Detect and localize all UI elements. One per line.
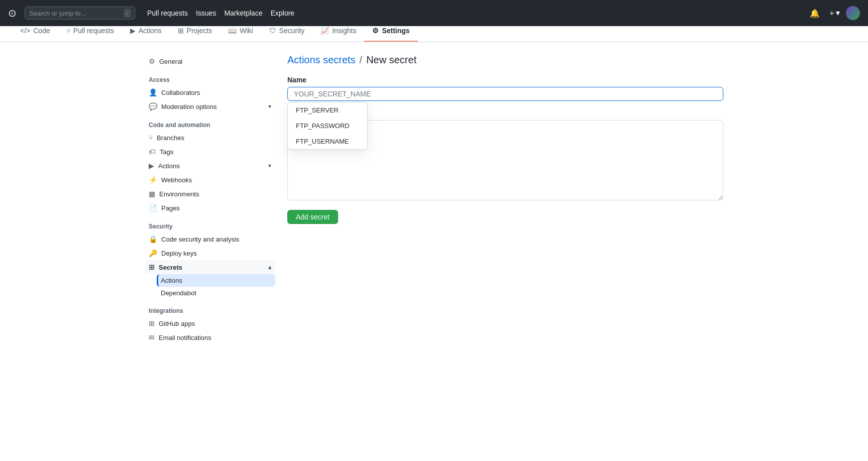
plus-square-icon: ⊞ bbox=[149, 263, 155, 271]
breadcrumb-link[interactable]: Actions secrets bbox=[287, 54, 356, 66]
comment-icon: 💬 bbox=[149, 102, 157, 110]
code-automation-section-label: Code and automation bbox=[145, 113, 275, 131]
top-nav: ⊙ Search or jump to... / Pull requests I… bbox=[0, 0, 868, 26]
security-icon: 🛡 bbox=[269, 27, 276, 35]
nav-pull-requests[interactable]: Pull requests bbox=[147, 9, 188, 17]
settings-icon: ⚙ bbox=[372, 27, 379, 35]
name-input[interactable] bbox=[287, 87, 723, 101]
main-layout: ⚙ General Access 👤 Collaborators 💬 Moder… bbox=[133, 42, 735, 438]
name-form-group: Name FTP_SERVER FTP_PASSWORD FTP_USERNAM… bbox=[287, 76, 723, 101]
search-placeholder: Search or jump to... bbox=[29, 10, 86, 17]
code-icon: </> bbox=[20, 27, 30, 35]
access-section-label: Access bbox=[145, 68, 275, 85]
integrations-section-label: Integrations bbox=[145, 299, 275, 316]
top-nav-links: Pull requests Issues Marketplace Explore bbox=[147, 9, 294, 17]
github-logo[interactable]: ⊙ bbox=[8, 7, 17, 19]
sidebar-item-collaborators[interactable]: 👤 Collaborators bbox=[145, 85, 275, 99]
sidebar-item-branches[interactable]: ⑂ Branches bbox=[145, 131, 275, 145]
autocomplete-dropdown: FTP_SERVER FTP_PASSWORD FTP_USERNAME bbox=[287, 102, 368, 150]
shield-icon: 🔒 bbox=[149, 235, 157, 243]
sidebar-item-secrets[interactable]: ⊞ Secrets ▴ bbox=[145, 260, 275, 274]
key-icon: 🔑 bbox=[149, 249, 157, 257]
search-kbd: / bbox=[124, 9, 131, 17]
branch-icon: ⑂ bbox=[149, 134, 153, 142]
sidebar-item-tags[interactable]: 🏷 Tags bbox=[145, 145, 275, 159]
avatar[interactable] bbox=[846, 6, 860, 20]
sidebar-sub-dependabot[interactable]: Dependabot bbox=[157, 287, 275, 299]
search-box[interactable]: Search or jump to... / bbox=[25, 7, 135, 20]
gear-icon: ⚙ bbox=[149, 57, 155, 65]
sidebar-item-webhooks[interactable]: ⚡ Webhooks bbox=[145, 173, 275, 187]
moderation-chevron-icon: ▾ bbox=[268, 103, 271, 110]
sidebar-item-code-security[interactable]: 🔒 Code security and analysis bbox=[145, 232, 275, 246]
breadcrumb: Actions secrets / New secret bbox=[287, 54, 723, 66]
sidebar-item-email-notifications[interactable]: ✉ Email notifications bbox=[145, 330, 275, 344]
sidebar-item-actions[interactable]: ▶ Actions ▾ bbox=[145, 159, 275, 173]
email-icon: ✉ bbox=[149, 333, 155, 341]
plus-icon[interactable]: ＋▾ bbox=[826, 6, 842, 21]
apps-icon: ⊞ bbox=[149, 319, 155, 327]
autocomplete-wrapper: FTP_SERVER FTP_PASSWORD FTP_USERNAME bbox=[287, 87, 723, 101]
sidebar-item-general[interactable]: ⚙ General bbox=[145, 54, 275, 68]
pull-request-icon: ⑂ bbox=[66, 27, 70, 35]
projects-icon: ⊞ bbox=[178, 27, 184, 35]
security-section-label: Security bbox=[145, 215, 275, 232]
pages-icon: 📄 bbox=[149, 204, 157, 212]
sidebar-item-moderation[interactable]: 💬 Moderation options ▾ bbox=[145, 99, 275, 113]
secrets-chevron-icon: ▴ bbox=[268, 264, 271, 271]
top-nav-right: 🔔 ＋▾ bbox=[808, 6, 860, 21]
bell-icon[interactable]: 🔔 bbox=[808, 7, 822, 20]
webhook-icon: ⚡ bbox=[149, 176, 157, 184]
sidebar: ⚙ General Access 👤 Collaborators 💬 Moder… bbox=[145, 54, 275, 426]
autocomplete-item-2[interactable]: FTP_USERNAME bbox=[288, 134, 367, 149]
tag-icon: 🏷 bbox=[149, 148, 156, 156]
nav-marketplace[interactable]: Marketplace bbox=[224, 9, 262, 17]
autocomplete-item-1[interactable]: FTP_PASSWORD bbox=[288, 118, 367, 134]
sidebar-sub-actions[interactable]: Actions bbox=[157, 274, 275, 287]
sidebar-item-github-apps[interactable]: ⊞ GitHub apps bbox=[145, 316, 275, 330]
breadcrumb-separator: / bbox=[360, 54, 363, 66]
autocomplete-item-0[interactable]: FTP_SERVER bbox=[288, 102, 367, 118]
actions-play-icon: ▶ bbox=[149, 162, 154, 170]
nav-explore[interactable]: Explore bbox=[271, 9, 294, 17]
nav-issues[interactable]: Issues bbox=[196, 9, 216, 17]
wiki-icon: 📖 bbox=[228, 27, 237, 35]
actions-chevron-icon: ▾ bbox=[268, 162, 271, 169]
person-icon: 👤 bbox=[149, 88, 157, 96]
environment-icon: ▦ bbox=[149, 190, 155, 198]
name-label: Name bbox=[287, 76, 723, 84]
sidebar-item-pages[interactable]: 📄 Pages bbox=[145, 201, 275, 215]
content: Actions secrets / New secret Name FTP_SE… bbox=[287, 54, 723, 426]
sidebar-item-deploy-keys[interactable]: 🔑 Deploy keys bbox=[145, 246, 275, 260]
add-secret-button[interactable]: Add secret bbox=[287, 210, 338, 224]
actions-icon: ▶ bbox=[130, 27, 136, 35]
sidebar-item-environments[interactable]: ▦ Environments bbox=[145, 187, 275, 201]
secrets-submenu: Actions Dependabot bbox=[157, 274, 275, 299]
insights-icon: 📈 bbox=[320, 27, 329, 35]
breadcrumb-current: New secret bbox=[366, 54, 416, 66]
